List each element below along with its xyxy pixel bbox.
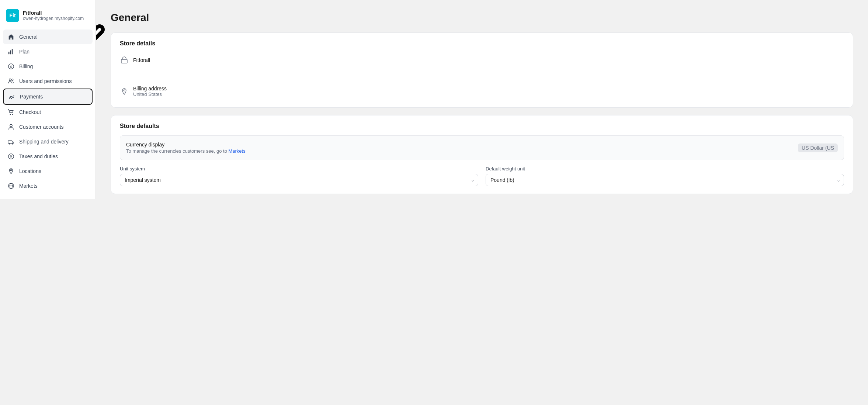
- payments-icon: [8, 93, 15, 100]
- svg-point-11: [9, 143, 10, 145]
- checkout-icon: [7, 108, 15, 116]
- store-url: owen-hydrogen.myshopify.com: [23, 16, 84, 21]
- sidebar-label-customer: Customer accounts: [19, 124, 64, 130]
- default-weight-label: Default weight unit: [486, 166, 844, 172]
- svg-rect-2: [12, 49, 13, 54]
- nav-list: General Plan $: [0, 30, 96, 193]
- billing-address-section: Billing address United States: [111, 75, 853, 107]
- shipping-icon: [7, 138, 15, 145]
- currency-display-sublabel: To manage the currencies customers see, …: [126, 148, 246, 154]
- taxes-icon: [7, 153, 15, 160]
- store-icon: [120, 56, 129, 65]
- unit-system-label: Unit system: [120, 166, 478, 172]
- home-icon: [7, 33, 15, 41]
- currency-display-row: Currency display To manage the currencie…: [120, 135, 844, 160]
- currency-value: US Dollar (US: [798, 143, 838, 152]
- location-pin-icon: [120, 87, 129, 96]
- sidebar-item-plan[interactable]: Plan: [3, 44, 93, 59]
- svg-point-6: [11, 79, 13, 81]
- sidebar-label-markets: Markets: [19, 183, 38, 189]
- main-content: General Store details Fitforall: [96, 0, 868, 405]
- store-defaults-card: Store defaults Currency display To manag…: [111, 115, 853, 194]
- svg-rect-10: [8, 141, 12, 143]
- unit-system-field: Unit system Imperial system ⌄: [120, 166, 478, 186]
- sidebar-label-checkout: Checkout: [19, 109, 41, 115]
- svg-rect-1: [10, 50, 11, 54]
- sidebar-item-customer-accounts[interactable]: Customer accounts: [3, 120, 93, 134]
- sidebar-item-checkout[interactable]: Checkout: [3, 105, 93, 120]
- svg-point-12: [12, 143, 13, 145]
- store-header[interactable]: Fit Fitforall owen-hydrogen.myshopify.co…: [0, 6, 96, 30]
- unit-row: Unit system Imperial system ⌄ Default we…: [120, 166, 844, 186]
- sidebar-item-users[interactable]: Users and permissions: [3, 74, 93, 89]
- customer-icon: [7, 123, 15, 131]
- sidebar: Fit Fitforall owen-hydrogen.myshopify.co…: [0, 0, 96, 199]
- store-avatar: Fit: [6, 9, 19, 22]
- markets-link[interactable]: Markets: [228, 148, 245, 154]
- sidebar-label-shipping: Shipping and delivery: [19, 139, 69, 145]
- sidebar-item-locations[interactable]: Locations: [3, 164, 93, 179]
- currency-display-label: Currency display: [126, 142, 246, 148]
- svg-point-21: [124, 90, 125, 91]
- sidebar-item-taxes[interactable]: Taxes and duties: [3, 149, 93, 164]
- store-details-card: Store details Fitforall: [111, 32, 853, 108]
- svg-point-5: [9, 79, 11, 81]
- store-name: Fitforall: [23, 10, 84, 16]
- sidebar-item-billing[interactable]: $ Billing: [3, 59, 93, 74]
- default-weight-field: Default weight unit Pound (lb) ⌄: [486, 166, 844, 186]
- store-details-title: Store details: [120, 40, 844, 47]
- sidebar-label-payments: Payments: [20, 94, 43, 100]
- sidebar-item-general[interactable]: General: [3, 30, 93, 44]
- svg-point-8: [12, 114, 13, 115]
- svg-text:$: $: [10, 65, 12, 69]
- default-weight-select[interactable]: Pound (lb): [486, 174, 844, 186]
- sidebar-item-markets[interactable]: Markets: [3, 179, 93, 193]
- billing-address-label: Billing address: [133, 86, 167, 91]
- markets-icon: [7, 182, 15, 190]
- svg-point-9: [10, 124, 12, 127]
- sidebar-label-locations: Locations: [19, 168, 41, 174]
- users-icon: [7, 77, 15, 85]
- sidebar-label-users: Users and permissions: [19, 78, 72, 84]
- store-name-row[interactable]: Fitforall: [120, 53, 844, 68]
- svg-point-7: [10, 114, 11, 115]
- svg-rect-20: [121, 59, 127, 63]
- store-details-section: Store details Fitforall: [111, 33, 853, 75]
- locations-icon: [7, 167, 15, 175]
- sidebar-item-shipping[interactable]: Shipping and delivery: [3, 134, 93, 149]
- billing-icon: $: [7, 63, 15, 70]
- billing-address-value: United States: [133, 91, 167, 97]
- sidebar-label-plan: Plan: [19, 49, 29, 55]
- store-defaults-title: Store defaults: [120, 123, 844, 129]
- store-defaults-section: Store defaults Currency display To manag…: [111, 115, 853, 194]
- svg-rect-0: [8, 52, 10, 54]
- sidebar-item-payments[interactable]: Payments: [3, 89, 93, 105]
- sidebar-label-taxes: Taxes and duties: [19, 153, 58, 159]
- plan-icon: [7, 48, 15, 55]
- billing-address-row[interactable]: Billing address United States: [120, 83, 844, 100]
- sidebar-label-general: General: [19, 34, 38, 40]
- svg-point-14: [10, 170, 12, 171]
- page-title: General: [111, 12, 853, 24]
- unit-system-select[interactable]: Imperial system: [120, 174, 478, 186]
- store-name-value: Fitforall: [133, 57, 150, 63]
- sidebar-label-billing: Billing: [19, 63, 33, 69]
